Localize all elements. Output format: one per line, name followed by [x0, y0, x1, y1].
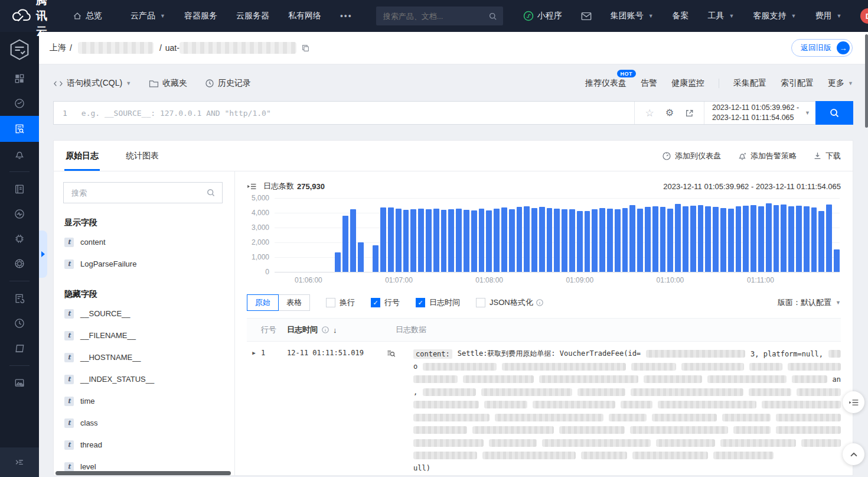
chevron-down-icon: ▼ [126, 80, 131, 86]
query-mode-select[interactable]: 语句模式(CQL) ▼ [53, 78, 131, 89]
download-button[interactable]: 下载 [813, 151, 841, 161]
json-format-checkbox[interactable]: JSON格式化 [476, 297, 544, 308]
back-to-top-fab[interactable] [843, 443, 864, 465]
row-expander-icon[interactable]: ▶ [247, 348, 261, 475]
sidebar-item-dashboard[interactable] [0, 91, 39, 116]
field-item[interactable]: t__FILENAME__ [63, 325, 223, 346]
tencent-cloud-logo[interactable]: 腾讯云 [0, 0, 63, 39]
nav-group-account[interactable]: 集团账号▼ [601, 11, 663, 21]
nav-container-service[interactable]: 容器服务 [175, 11, 227, 21]
tab-statistics[interactable]: 统计图表 [125, 141, 160, 171]
add-alarm-policy-button[interactable]: 添加告警策略 [738, 151, 797, 161]
nav-overview[interactable]: 总览 [63, 11, 112, 21]
account-menu[interactable]: D ▼ [851, 8, 868, 24]
view-table-button[interactable]: 表格 [278, 294, 310, 311]
info-icon[interactable] [321, 326, 329, 334]
nav-billing[interactable]: 费用▼ [805, 11, 851, 21]
tab-raw-logs[interactable]: 原始日志 [64, 141, 100, 171]
layout-settings-fab[interactable] [843, 391, 864, 413]
nav-cloud-products[interactable]: 云产品▼ [121, 11, 175, 21]
history-button[interactable]: 历史记录 [205, 78, 251, 89]
nav-tools[interactable]: 工具▼ [699, 11, 744, 21]
histogram-bar [766, 203, 772, 272]
favorites-button[interactable]: 收藏夹 [149, 78, 187, 89]
search-submit-button[interactable] [815, 101, 853, 125]
line-number-checkbox[interactable]: ✓ 行号 [371, 297, 400, 308]
query-icon-group: ☆ ⚙ [634, 102, 704, 124]
sidebar-item-alarm[interactable] [0, 142, 39, 167]
copy-icon[interactable] [301, 44, 310, 53]
field-item[interactable]: ttime [63, 390, 223, 412]
sidebar-item-search-analysis[interactable] [0, 116, 39, 142]
sidebar-item-topics[interactable] [0, 177, 39, 202]
nav-support[interactable]: 客服支持▼ [743, 11, 805, 21]
nav-beian[interactable]: 备案 [663, 11, 699, 21]
histogram-plot[interactable] [275, 198, 840, 272]
field-item[interactable]: tclass [63, 412, 223, 434]
star-favorite-icon[interactable]: ☆ [645, 108, 654, 118]
index-config-button[interactable]: 索引配置 [781, 78, 814, 89]
doc-refresh-icon [14, 293, 25, 304]
sidebar-item-monitor[interactable] [0, 202, 39, 226]
log-time-checkbox[interactable]: ✓ 日志时间 [416, 297, 460, 308]
panel-expand-handle[interactable] [39, 231, 47, 278]
breadcrumb-topic-prefix[interactable]: uat- [165, 43, 180, 53]
log-time-column-header[interactable]: 日志时间 ↓ [287, 325, 386, 335]
alarm-button[interactable]: 告警 [641, 78, 657, 89]
collect-config-button[interactable]: 采集配置 [733, 78, 766, 89]
cls-product-logo-icon[interactable] [8, 38, 31, 61]
wrap-checkbox[interactable]: 换行 [326, 297, 355, 308]
field-item[interactable]: tthread [63, 434, 223, 456]
redacted-topic-name[interactable] [180, 42, 296, 54]
open-in-new-icon[interactable] [685, 109, 694, 118]
time-range-picker[interactable]: 2023-12-11 01:05:39.962 - 2023-12-11 01:… [704, 102, 815, 124]
nav-more-ellipsis-icon[interactable]: ••• [331, 11, 362, 21]
redacted-logset-name[interactable] [78, 42, 154, 54]
histogram-bars[interactable] [275, 198, 840, 272]
sidebar-item-overview[interactable] [0, 66, 39, 91]
nav-messages[interactable] [572, 12, 601, 21]
sidebar-item-demos[interactable] [0, 371, 39, 395]
view-raw-button[interactable]: 原始 [247, 294, 279, 311]
field-item[interactable]: tcontent [63, 231, 223, 253]
add-to-dashboard-button[interactable]: 添加到仪表盘 [662, 151, 721, 161]
sidebar-item-notes[interactable] [0, 336, 39, 361]
product-search-input[interactable] [382, 11, 488, 21]
health-monitor-button[interactable]: 健康监控 [671, 78, 704, 89]
nav-cvm[interactable]: 云服务器 [227, 11, 279, 21]
row-log-time: 12-11 01:11:51.019 [287, 348, 386, 475]
sidebar-collapse-area[interactable] [0, 447, 39, 477]
more-button[interactable]: 更多▼ [828, 78, 853, 89]
field-item[interactable]: t__INDEX_STATUS__ [63, 368, 223, 390]
vertical-scrollbar-thumb[interactable] [865, 34, 868, 128]
query-editor[interactable]: 1 e.g. __SOURCE__: 127.0.0.1 AND "http/1… [54, 102, 634, 124]
log-histogram[interactable]: 5,0004,0003,0002,0001,0000 01:06:0001:07… [247, 197, 841, 287]
layout-select[interactable]: 版面：默认配置 ▼ [778, 297, 841, 308]
sort-desc-icon[interactable]: ↓ [333, 326, 337, 335]
sidebar-item-settings[interactable] [0, 251, 39, 276]
breadcrumb-region[interactable]: 上海 [50, 43, 66, 53]
field-item[interactable]: t__SOURCE__ [63, 303, 223, 325]
sidebar-item-history-jobs[interactable] [0, 311, 39, 336]
context-search-icon[interactable] [386, 348, 404, 475]
search-icon[interactable] [488, 12, 497, 21]
field-item[interactable]: tLogParseFailure [63, 253, 223, 275]
log-row[interactable]: ▶ 1 12-11 01:11:51.019 content: Settle:获… [247, 348, 841, 475]
info-icon[interactable] [536, 298, 544, 307]
gear-icon[interactable]: ⚙ [665, 108, 674, 118]
nav-vpc[interactable]: 私有网络 [279, 11, 331, 21]
horizontal-scrollbar[interactable] [56, 471, 231, 475]
field-search-input[interactable] [70, 188, 206, 198]
product-search-box[interactable] [376, 7, 503, 25]
field-key-badge[interactable]: content: [413, 349, 452, 359]
sidebar-item-data-processing[interactable] [0, 226, 39, 251]
field-search-box[interactable] [63, 182, 223, 203]
back-to-old-version-button[interactable]: 返回旧版 → [791, 39, 853, 57]
field-item[interactable]: t__HOSTNAME__ [63, 346, 223, 368]
collapse-histogram-icon[interactable] [247, 182, 257, 191]
recommended-dashboard-button[interactable]: 推荐仪表盘 HOT [585, 78, 626, 89]
redacted-text [722, 414, 771, 421]
sidebar-item-shipping-tasks[interactable] [0, 286, 39, 311]
nav-miniprogram[interactable]: 小程序 [514, 11, 572, 21]
histogram-bar [788, 206, 794, 272]
